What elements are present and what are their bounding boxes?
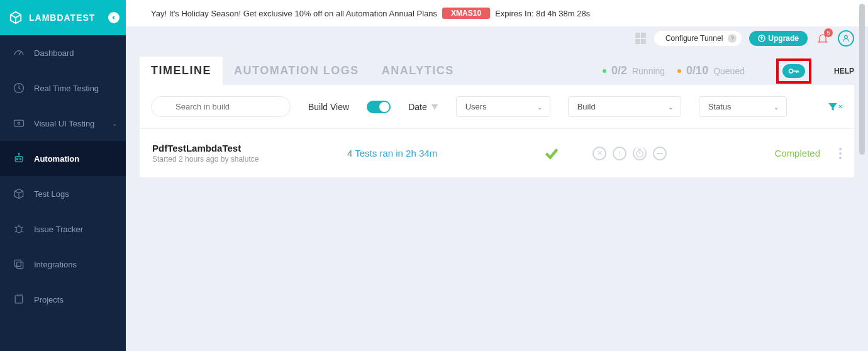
main-content: Yay! It's Holiday Season! Get exclusive … — [126, 0, 868, 351]
sidebar-item-label: Issue Tracker — [34, 225, 83, 234]
build-tests-summary: 4 Tests ran in 2h 34m — [347, 148, 511, 159]
queued-count: 0/10 — [686, 64, 708, 77]
build-title: PdfTestLambdaTest — [152, 143, 347, 153]
filter-lines-icon — [431, 103, 438, 111]
arrow-up-icon — [758, 35, 765, 42]
sidebar-item-testlogs[interactable]: Test Logs — [0, 176, 126, 211]
notif-count-badge: 5 — [824, 28, 833, 37]
sidebar-item-label: Real Time Testing — [34, 84, 99, 93]
session-stats: 0/2 Running 0/10 Queued HELP — [603, 58, 854, 84]
build-view-toggle[interactable] — [367, 101, 391, 113]
running-label: Running — [632, 66, 665, 76]
clear-filter-button[interactable]: ✕ — [827, 101, 843, 113]
build-select[interactable]: Build ⌄ — [568, 96, 681, 117]
sidebar-item-label: Projects — [34, 295, 64, 304]
svg-point-2 — [18, 122, 19, 124]
sidebar-item-label: Dashboard — [34, 48, 74, 58]
sidebar-item-label: Automation — [34, 154, 79, 164]
running-stat: 0/2 Running — [603, 64, 665, 77]
sidebar-item-projects[interactable]: Projects — [0, 282, 126, 317]
topbar: Configure Tunnel ? Upgrade 5 — [126, 26, 868, 48]
robot-icon — [11, 152, 26, 165]
clear-x-icon: ✕ — [838, 103, 843, 110]
help-icon: ? — [728, 34, 737, 43]
stopped-icon — [653, 147, 667, 160]
funnel-icon — [827, 101, 838, 113]
help-label[interactable]: HELP — [834, 67, 854, 75]
check-icon — [543, 145, 560, 162]
sidebar-item-issuetracker[interactable]: Issue Tracker — [0, 211, 126, 247]
timeout-icon — [633, 147, 647, 160]
queued-label: Queued — [713, 66, 745, 76]
build-select-label: Build — [577, 102, 596, 111]
grid-icon[interactable] — [635, 33, 647, 44]
search-wrap — [151, 96, 291, 117]
error-icon: ! — [613, 147, 626, 160]
sidebar-item-label: Visual UI Testing — [34, 119, 94, 128]
key-icon — [788, 67, 799, 75]
running-count: 0/2 — [611, 64, 627, 77]
svg-point-12 — [845, 35, 848, 38]
build-pass-icon — [511, 145, 593, 162]
stack-icon — [11, 293, 26, 306]
tunnel-label: Configure Tunnel — [665, 34, 723, 43]
sidebar-item-integrations[interactable]: Integrations — [0, 247, 126, 282]
chevron-down-icon: ⌄ — [668, 103, 673, 110]
user-icon — [842, 34, 850, 43]
access-key-button[interactable] — [782, 64, 805, 78]
sidebar-header: LAMBDATEST — [0, 0, 126, 35]
scrollbar[interactable] — [859, 0, 867, 351]
upgrade-label: Upgrade — [768, 34, 799, 43]
tab-timeline[interactable]: TIMELINE — [140, 57, 223, 85]
overlap-icon — [11, 258, 26, 270]
svg-rect-10 — [15, 296, 23, 303]
chevron-down-icon: ⌄ — [112, 120, 117, 127]
filter-row: Build View Date Users ⌄ Build ⌄ Status ⌄ — [140, 85, 854, 129]
svg-point-5 — [19, 159, 21, 160]
build-status-text: Completed — [774, 148, 820, 159]
content-panel: Build View Date Users ⌄ Build ⌄ Status ⌄ — [140, 85, 854, 177]
cancelled-icon: ✕ — [593, 147, 606, 160]
sidebar-item-automation[interactable]: Automation — [0, 141, 126, 176]
tab-automation-logs[interactable]: AUTOMATION LOGS — [223, 57, 370, 85]
search-input[interactable] — [151, 96, 291, 117]
users-select[interactable]: Users ⌄ — [456, 96, 550, 117]
svg-rect-1 — [14, 120, 24, 126]
banner-text-a: Yay! It's Holiday Season! Get exclusive … — [151, 9, 437, 18]
bug-icon — [11, 223, 26, 235]
svg-rect-8 — [14, 260, 21, 266]
svg-point-13 — [789, 69, 793, 73]
status-dot-green-icon — [603, 69, 606, 73]
sidebar-item-label: Test Logs — [34, 189, 69, 199]
build-row[interactable]: PdfTestLambdaTest Started 2 hours ago by… — [140, 129, 854, 177]
build-info: PdfTestLambdaTest Started 2 hours ago by… — [152, 143, 347, 164]
tab-analytics[interactable]: ANALYTICS — [370, 57, 465, 85]
upgrade-button[interactable]: Upgrade — [749, 31, 808, 46]
svg-rect-16 — [657, 153, 663, 154]
eye-icon — [11, 117, 26, 130]
sidebar-item-visualui[interactable]: Visual UI Testing ⌄ — [0, 106, 126, 141]
sidebar: LAMBDATEST Dashboard Real Time Testing V… — [0, 0, 126, 351]
status-select[interactable]: Status ⌄ — [699, 96, 787, 117]
more-options-button[interactable] — [839, 148, 842, 159]
status-select-label: Status — [708, 102, 732, 111]
clock-icon — [11, 82, 26, 94]
svg-point-4 — [16, 159, 18, 160]
brand-name: LAMBDATEST — [29, 13, 95, 23]
chevron-down-icon: ⌄ — [774, 103, 779, 110]
date-label: Date — [408, 102, 427, 112]
box-icon — [11, 187, 26, 200]
queued-stat: 0/10 Queued — [677, 64, 745, 77]
sidebar-collapse-button[interactable] — [108, 12, 120, 23]
configure-tunnel-button[interactable]: Configure Tunnel ? — [654, 31, 742, 46]
avatar-button[interactable] — [838, 30, 854, 47]
date-filter[interactable]: Date — [408, 102, 438, 112]
status-dot-orange-icon — [677, 69, 681, 73]
sidebar-item-dashboard[interactable]: Dashboard — [0, 35, 126, 70]
sidebar-item-realtime[interactable]: Real Time Testing — [0, 70, 126, 106]
build-view-label: Build View — [308, 102, 349, 112]
tabs-row: TIMELINE AUTOMATION LOGS ANALYTICS 0/2 R… — [126, 48, 868, 85]
svg-point-7 — [16, 226, 21, 233]
svg-rect-9 — [17, 262, 23, 269]
notifications-button[interactable]: 5 — [815, 31, 830, 46]
